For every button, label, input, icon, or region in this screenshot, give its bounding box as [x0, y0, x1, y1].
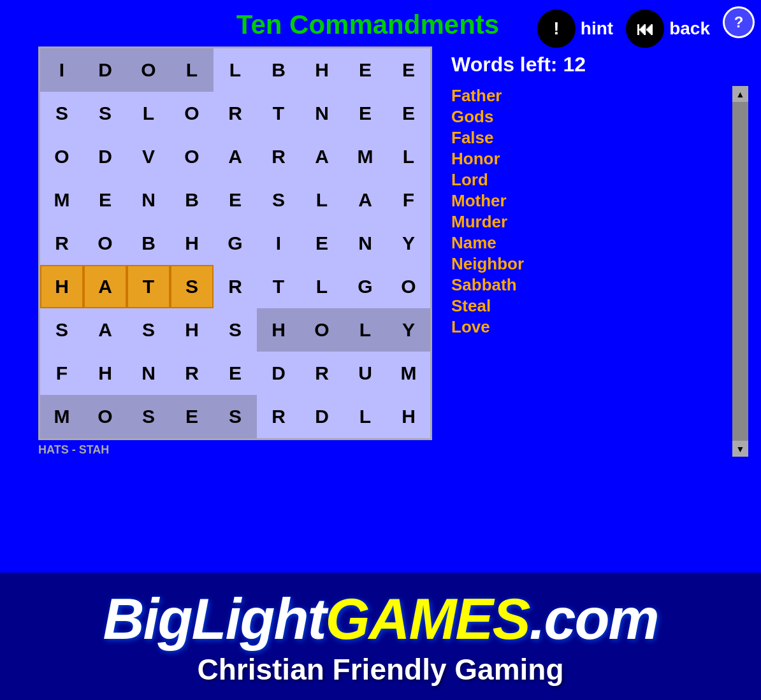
grid-cell[interactable]: O: [83, 222, 127, 265]
grid-cell[interactable]: D: [83, 135, 127, 178]
grid-cell[interactable]: E: [387, 48, 430, 92]
grid-cell[interactable]: E: [170, 395, 214, 438]
scroll-up-button[interactable]: ▲: [732, 86, 748, 102]
grid-cell[interactable]: G: [344, 265, 387, 308]
grid-cell[interactable]: R: [40, 222, 83, 265]
grid-cell[interactable]: I: [40, 48, 83, 92]
grid-cell[interactable]: S: [257, 178, 300, 222]
grid-cell[interactable]: R: [300, 352, 344, 395]
grid-cell[interactable]: O: [127, 48, 170, 92]
grid-cell[interactable]: L: [300, 178, 344, 222]
grid-cell[interactable]: L: [387, 135, 430, 178]
grid-cell[interactable]: H: [83, 352, 127, 395]
word-list-item[interactable]: Gods: [451, 107, 726, 127]
grid-cell[interactable]: H: [40, 265, 83, 308]
word-list-item[interactable]: Murder: [451, 212, 726, 232]
controls: ! hint ⏮ back: [537, 10, 710, 48]
grid-cell[interactable]: A: [214, 135, 257, 178]
grid-cell[interactable]: L: [214, 48, 257, 92]
grid-cell[interactable]: O: [170, 135, 214, 178]
grid-cell[interactable]: L: [170, 48, 214, 92]
word-list-item[interactable]: Mother: [451, 191, 726, 211]
back-button[interactable]: ⏮ back: [626, 10, 710, 48]
grid-cell[interactable]: R: [214, 265, 257, 308]
grid-cell[interactable]: B: [127, 222, 170, 265]
grid-cell[interactable]: N: [344, 222, 387, 265]
grid-cell[interactable]: H: [170, 222, 214, 265]
grid-cell[interactable]: E: [344, 92, 387, 135]
grid-cell[interactable]: M: [344, 135, 387, 178]
word-list-item[interactable]: Lord: [451, 170, 726, 190]
grid-cell[interactable]: S: [40, 92, 83, 135]
grid-cell[interactable]: H: [257, 308, 300, 352]
found-word: HATS - STAH: [38, 443, 432, 457]
grid-cell[interactable]: L: [344, 395, 387, 438]
grid-cell[interactable]: B: [170, 178, 214, 222]
grid-cell[interactable]: E: [344, 48, 387, 92]
grid-cell[interactable]: E: [214, 352, 257, 395]
grid-cell[interactable]: S: [40, 308, 83, 352]
grid-cell[interactable]: I: [257, 222, 300, 265]
word-list-item[interactable]: Neighbor: [451, 254, 726, 274]
grid-cell[interactable]: S: [170, 265, 214, 308]
grid-cell[interactable]: R: [257, 395, 300, 438]
grid-cell[interactable]: F: [40, 352, 83, 395]
word-list-item[interactable]: False: [451, 128, 726, 148]
grid-cell[interactable]: S: [214, 395, 257, 438]
grid-cell[interactable]: M: [387, 352, 430, 395]
scroll-down-button[interactable]: ▼: [732, 441, 748, 457]
grid-cell[interactable]: A: [344, 178, 387, 222]
grid-cell[interactable]: L: [300, 265, 344, 308]
grid-cell[interactable]: D: [83, 48, 127, 92]
word-list-item[interactable]: Father: [451, 86, 726, 106]
grid-cell[interactable]: R: [257, 135, 300, 178]
grid-cell[interactable]: D: [257, 352, 300, 395]
grid-cell[interactable]: F: [387, 178, 430, 222]
grid-cell[interactable]: T: [127, 265, 170, 308]
grid-cell[interactable]: S: [214, 308, 257, 352]
grid-cell[interactable]: R: [170, 352, 214, 395]
grid-cell[interactable]: S: [83, 92, 127, 135]
grid-cell[interactable]: S: [127, 308, 170, 352]
grid-cell[interactable]: N: [127, 352, 170, 395]
word-list-item[interactable]: Love: [451, 317, 726, 337]
grid-cell[interactable]: E: [83, 178, 127, 222]
grid-cell[interactable]: O: [83, 395, 127, 438]
grid-cell[interactable]: H: [170, 308, 214, 352]
word-list-item[interactable]: Sabbath: [451, 275, 726, 295]
grid-cell[interactable]: H: [300, 48, 344, 92]
grid-cell[interactable]: G: [214, 222, 257, 265]
word-list-item[interactable]: Name: [451, 233, 726, 253]
grid-cell[interactable]: Y: [387, 222, 430, 265]
grid-cell[interactable]: O: [300, 308, 344, 352]
word-list-item[interactable]: Honor: [451, 149, 726, 169]
grid-cell[interactable]: Y: [387, 308, 430, 352]
grid-cell[interactable]: V: [127, 135, 170, 178]
grid-cell[interactable]: L: [127, 92, 170, 135]
grid-cell[interactable]: T: [257, 92, 300, 135]
grid-cell[interactable]: D: [300, 395, 344, 438]
grid-cell[interactable]: E: [214, 178, 257, 222]
grid-cell[interactable]: M: [40, 178, 83, 222]
grid-cell[interactable]: B: [257, 48, 300, 92]
grid-cell[interactable]: E: [300, 222, 344, 265]
grid-cell[interactable]: O: [40, 135, 83, 178]
grid-cell[interactable]: A: [83, 265, 127, 308]
grid-cell[interactable]: T: [257, 265, 300, 308]
grid-cell[interactable]: N: [127, 178, 170, 222]
word-list-item[interactable]: Steal: [451, 296, 726, 316]
grid-cell[interactable]: A: [300, 135, 344, 178]
grid-cell[interactable]: M: [40, 395, 83, 438]
grid-cell[interactable]: O: [170, 92, 214, 135]
grid-cell[interactable]: H: [387, 395, 430, 438]
grid-cell[interactable]: L: [344, 308, 387, 352]
grid-cell[interactable]: R: [214, 92, 257, 135]
grid-cell[interactable]: N: [300, 92, 344, 135]
grid-cell[interactable]: O: [387, 265, 430, 308]
branding: BigLightGAMES.com Christian Friendly Gam…: [0, 573, 761, 700]
grid-cell[interactable]: S: [127, 395, 170, 438]
grid-cell[interactable]: U: [344, 352, 387, 395]
grid-cell[interactable]: E: [387, 92, 430, 135]
hint-button[interactable]: ! hint: [537, 10, 613, 48]
grid-cell[interactable]: A: [83, 308, 127, 352]
